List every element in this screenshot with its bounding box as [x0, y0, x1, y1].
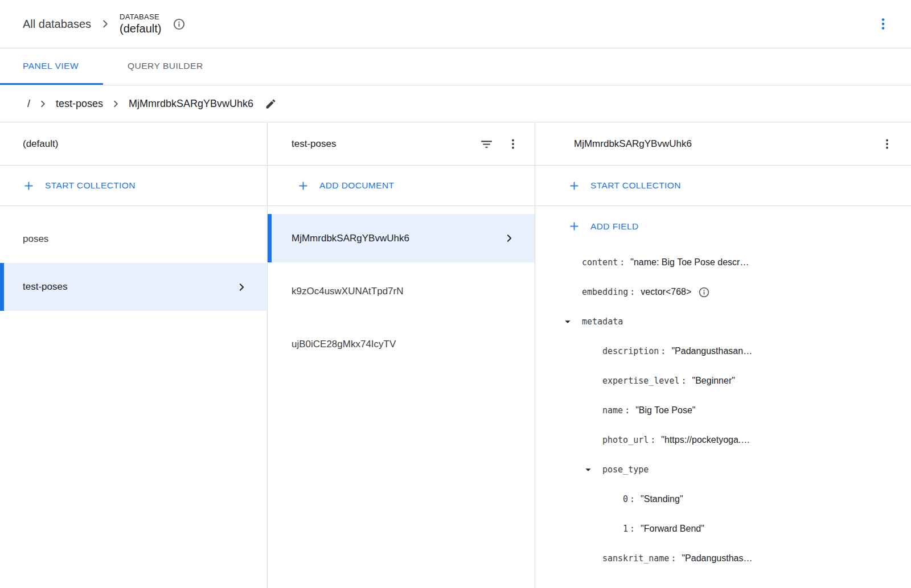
field-colon: : [619, 257, 625, 268]
database-title-block: DATABASE (default) [120, 13, 161, 35]
plus-icon [23, 180, 35, 192]
database-name: (default) [120, 22, 161, 35]
field-colon: : [660, 346, 666, 356]
breadcrumb-document[interactable]: MjMmrdbkSARgYBvwUhk6 [129, 98, 253, 110]
plus-icon [297, 180, 309, 192]
chevron-right-icon [503, 232, 515, 244]
tab-query-builder[interactable]: QUERY BUILDER [103, 48, 228, 85]
more-menu-icon[interactable] [880, 137, 894, 151]
field-key: pose_type [602, 464, 649, 475]
info-icon[interactable] [698, 286, 710, 298]
field-row-metadata[interactable]: metadata [535, 307, 911, 336]
field-colon: : [630, 494, 635, 504]
tab-panel-view-label: PANEL VIEW [23, 61, 79, 71]
field-value: "Beginner" [692, 376, 735, 386]
field-key: content [582, 257, 618, 268]
filter-icon[interactable] [479, 137, 494, 151]
field-key: 1 [623, 524, 628, 534]
firestore-data-view: All databases DATABASE (default) PANEL V… [0, 0, 911, 588]
collection-name: poses [23, 233, 48, 245]
add-field-label: ADD FIELD [590, 221, 639, 232]
document-item[interactable]: MjMmrdbkSARgYBvwUhk6 [268, 214, 535, 262]
document-panel-header: MjMmrdbkSARgYBvwUhk6 [535, 122, 911, 166]
field-value: "Big Toe Pose" [635, 405, 695, 416]
field-row-photo-url[interactable]: photo_url : "https://pocketyoga.… [535, 425, 911, 455]
field-value: "Padangusthasan… [671, 346, 752, 356]
collection-name: test-poses [23, 281, 67, 293]
field-row-description[interactable]: description : "Padangusthasan… [535, 336, 911, 366]
collection-item-test-poses[interactable]: test-poses [0, 263, 267, 311]
field-tree: content : "name: Big Toe Pose descr… emb… [535, 246, 911, 573]
chevron-right-icon [99, 18, 112, 30]
overflow-menu-icon[interactable] [876, 17, 891, 31]
field-value: "https://pocketyoga.… [661, 435, 750, 445]
tab-panel-view[interactable]: PANEL VIEW [0, 48, 103, 85]
plus-icon [568, 180, 580, 192]
field-row-sanskrit-name[interactable]: sanskrit_name : "Padangusthas… [535, 544, 911, 573]
field-key: photo_url [602, 435, 649, 445]
start-collection-button-document[interactable]: START COLLECTION [535, 166, 911, 206]
field-colon: : [625, 405, 630, 416]
document-panel: MjMmrdbkSARgYBvwUhk6 START COLLECTION AD… [535, 122, 911, 588]
field-key: expertise_level [602, 376, 679, 386]
edit-icon[interactable] [265, 98, 277, 110]
field-row-embedding[interactable]: embedding : vector<768> [535, 277, 911, 307]
field-key: embedding [582, 287, 628, 297]
field-row-content[interactable]: content : "name: Big Toe Pose descr… [535, 248, 911, 277]
field-row-pose-type[interactable]: pose_type [535, 455, 911, 484]
collection-panel-header: test-poses [268, 122, 535, 166]
info-icon[interactable] [173, 18, 186, 31]
document-id: k9zOc4uswXUNAtTpd7rN [292, 286, 404, 297]
field-colon: : [671, 553, 676, 564]
chevron-right-icon [38, 98, 48, 109]
tab-query-builder-label: QUERY BUILDER [128, 61, 203, 71]
field-row-pose-type-1[interactable]: 1 : "Forward Bend" [535, 514, 911, 544]
field-key: metadata [582, 316, 623, 327]
field-colon: : [681, 376, 686, 386]
field-colon: : [650, 435, 655, 445]
field-value: vector<768> [641, 287, 691, 297]
chevron-right-icon [236, 281, 248, 293]
all-databases-link[interactable]: All databases [23, 18, 91, 31]
database-panel: (default) START COLLECTION poses test-po… [0, 122, 268, 588]
start-collection-label: START COLLECTION [590, 180, 681, 191]
field-row-name[interactable]: name : "Big Toe Pose" [535, 396, 911, 425]
document-id: ujB0iCE28gMkx74IcyTV [292, 339, 396, 350]
field-row-expertise-level[interactable]: expertise_level : "Beginner" [535, 366, 911, 396]
field-row-pose-type-0[interactable]: 0 : "Standing" [535, 484, 911, 514]
collection-panel-title: test-poses [292, 138, 467, 150]
field-key: sanskrit_name [602, 553, 669, 564]
document-list: MjMmrdbkSARgYBvwUhk6 k9zOc4uswXUNAtTpd7r… [268, 206, 535, 368]
view-tabs: PANEL VIEW QUERY BUILDER [0, 48, 911, 85]
database-panel-header: (default) [0, 122, 267, 166]
document-item[interactable]: k9zOc4uswXUNAtTpd7rN [268, 267, 535, 315]
start-collection-button[interactable]: START COLLECTION [0, 166, 267, 206]
breadcrumb-collection[interactable]: test-poses [56, 98, 103, 110]
collection-item-poses[interactable]: poses [0, 215, 267, 263]
collapse-arrow-icon[interactable] [561, 315, 582, 328]
app-header: All databases DATABASE (default) [0, 0, 911, 48]
database-panel-title: (default) [23, 138, 252, 150]
add-document-button[interactable]: ADD DOCUMENT [268, 166, 535, 206]
add-field-button[interactable]: ADD FIELD [535, 206, 911, 246]
database-label: DATABASE [120, 13, 161, 22]
field-key: 0 [623, 494, 628, 504]
more-menu-icon[interactable] [506, 137, 520, 151]
document-id: MjMmrdbkSARgYBvwUhk6 [292, 233, 409, 244]
field-value: "Forward Bend" [641, 524, 704, 534]
breadcrumb-root[interactable]: / [27, 98, 30, 110]
field-colon: : [630, 287, 635, 297]
field-value: "name: Big Toe Pose descr… [630, 257, 749, 268]
plus-icon [568, 220, 580, 232]
document-item[interactable]: ujB0iCE28gMkx74IcyTV [268, 320, 535, 368]
collapse-arrow-icon[interactable] [582, 463, 602, 476]
add-document-label: ADD DOCUMENT [319, 180, 394, 191]
field-key: description [602, 346, 659, 356]
field-value: "Padangusthas… [682, 553, 752, 564]
collection-panel: test-poses ADD DOCUMENT MjMmrdbkSARgYBvw… [268, 122, 535, 588]
panel-columns: (default) START COLLECTION poses test-po… [0, 122, 911, 588]
field-value: "Standing" [641, 494, 683, 504]
field-key: name [602, 405, 623, 416]
collection-list: poses test-poses [0, 206, 267, 311]
field-colon: : [630, 524, 635, 534]
